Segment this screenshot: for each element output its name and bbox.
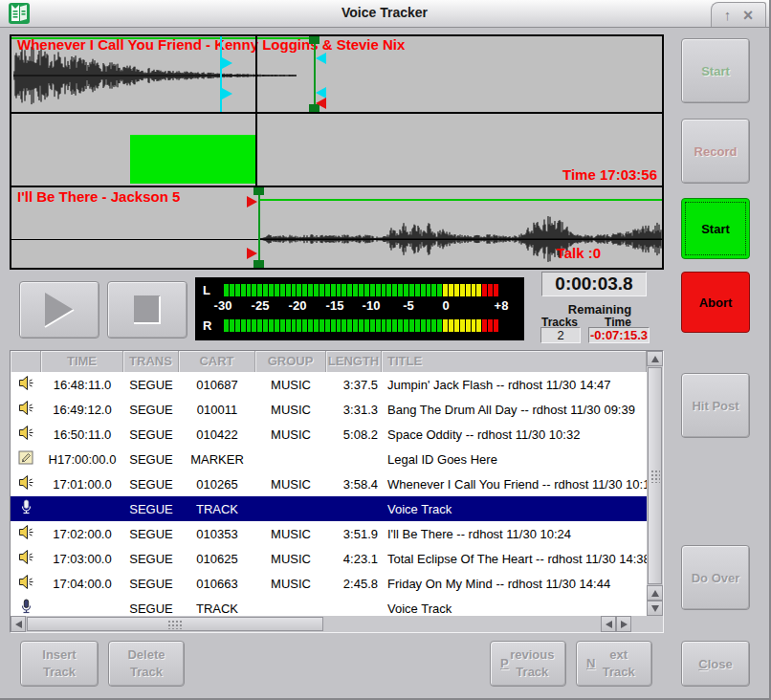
log-row[interactable]: 16:50:11.0SEGUE010422MUSIC5:08.2Space Od… <box>11 422 647 447</box>
play-button[interactable] <box>19 281 99 339</box>
track1-segue-marker[interactable] <box>316 98 326 109</box>
log-column-header[interactable]: LENGTH <box>326 351 382 372</box>
record-start-button[interactable]: Start <box>681 198 750 259</box>
track2-start-marker-top[interactable] <box>247 196 257 208</box>
track1-fade-marker-bottom[interactable] <box>222 88 232 99</box>
scroll-right-button[interactable] <box>616 616 631 632</box>
talk-time-label: Talk :0 <box>557 245 601 261</box>
log-cell: SEGUE <box>123 427 179 442</box>
scroll-down-button[interactable] <box>647 601 663 616</box>
stop-button[interactable] <box>107 281 187 339</box>
speaker-icon <box>11 474 41 493</box>
window-titlebar[interactable]: Voice Tracker ↑ × <box>0 0 769 28</box>
play-start-button[interactable]: Start <box>681 38 750 103</box>
meter-segment <box>347 284 352 296</box>
log-row[interactable]: 17:01:00.0SEGUE010265MUSIC3:58.4Whenever… <box>11 471 647 496</box>
abort-button[interactable]: Abort <box>681 272 750 333</box>
shade-window-button[interactable]: ↑ <box>724 8 732 22</box>
current-time-label: Time 17:03:56 <box>562 166 657 183</box>
meter-left-label: L <box>203 283 218 297</box>
meter-segment <box>359 319 363 332</box>
meter-segment <box>230 319 234 332</box>
pane-divider-1 <box>11 112 662 114</box>
track2-waveform[interactable] <box>260 200 662 278</box>
scroll-up-button[interactable] <box>647 351 663 366</box>
meter-segment <box>263 319 268 332</box>
meter-scale-tick: -20 <box>289 298 307 313</box>
horizontal-scrollbar[interactable] <box>11 616 647 632</box>
log-cell: SEGUE <box>123 577 179 591</box>
log-column-header[interactable]: TITLE <box>382 351 647 372</box>
close-window-button[interactable]: × <box>743 7 754 24</box>
log-cell: MUSIC <box>255 552 326 566</box>
hit-post-button[interactable]: Hit Post <box>681 373 750 438</box>
log-cell: Whenever I Call You Friend -- rdhost 11/… <box>382 477 647 492</box>
stop-icon <box>131 293 164 327</box>
scroll-up-button-2[interactable] <box>647 585 663 601</box>
log-row[interactable]: 17:02:00.0SEGUE010353MUSIC3:51.9I'll Be … <box>11 521 647 546</box>
log-cell: H17:00:00.0 <box>41 452 123 467</box>
track2-start-marker-bottom[interactable] <box>247 248 257 259</box>
scroll-left-button-2[interactable] <box>601 616 616 632</box>
close-button[interactable]: Close <box>681 641 750 687</box>
window-controls: ↑ × <box>711 2 766 27</box>
meter-segment <box>398 319 403 332</box>
log-cell: SEGUE <box>123 378 179 392</box>
log-cell: 17:01:00.0 <box>41 477 123 492</box>
log-row-voice-track[interactable]: SEGUETRACKVoice Track <box>11 596 647 616</box>
log-column-header[interactable]: TRANS <box>123 351 179 372</box>
meter-segment <box>437 284 442 296</box>
track1-fadeout-marker-top[interactable] <box>316 53 326 64</box>
meter-right-bar <box>224 319 499 332</box>
track2-start-handle-top[interactable] <box>253 187 264 195</box>
next-track-button[interactable]: Next Track <box>576 641 652 687</box>
log-column-header[interactable]: GROUP <box>255 351 326 372</box>
remaining-tracks-value: 2 <box>540 327 581 343</box>
window-title: Voice Tracker <box>0 5 769 20</box>
meter-segment <box>353 319 358 332</box>
log-cell: Friday On My Mind -- rdhost 11/30 14:44 <box>382 577 647 591</box>
meter-left-bar <box>224 284 499 296</box>
log-cell: 4:23.1 <box>326 552 382 566</box>
track1-fade-cursor[interactable] <box>220 36 222 112</box>
voice-track-editor[interactable]: Whenever I Call You Friend - Kenny Loggi… <box>10 34 664 270</box>
log-cell: MARKER <box>179 452 255 467</box>
log-row[interactable]: 16:49:12.0SEGUE010011MUSIC3:31.3Bang The… <box>11 397 647 422</box>
voice-track-region[interactable] <box>130 135 255 184</box>
track2-start-handle-bottom[interactable] <box>253 260 264 268</box>
mic-icon <box>11 599 41 616</box>
log-cell: TRACK <box>179 502 255 516</box>
log-row[interactable]: 17:04:00.0SEGUE010663MUSIC2:45.8Friday O… <box>11 571 647 596</box>
log-row[interactable]: H17:00:00.0SEGUEMARKERLegal ID Goes Here <box>11 447 647 471</box>
do-over-button[interactable]: Do Over <box>681 545 750 610</box>
meter-segment <box>224 319 229 332</box>
log-row[interactable]: 17:03:00.0SEGUE010625MUSIC4:23.1Total Ec… <box>11 546 647 571</box>
log-column-header[interactable]: CART <box>179 351 255 372</box>
speaker-icon <box>11 574 41 593</box>
log-row-voice-track[interactable]: SEGUETRACKVoice Track <box>11 496 647 521</box>
log-event-list: TIMETRANSCARTGROUPLENGTHTITLE 16:48:11.0… <box>10 350 664 633</box>
insert-track-button[interactable]: Insert Track <box>20 641 99 687</box>
meter-segment <box>421 319 426 332</box>
log-column-header[interactable]: TIME <box>41 351 123 372</box>
log-cell: SEGUE <box>123 552 179 566</box>
meter-segment <box>427 284 431 296</box>
log-column-header[interactable] <box>11 351 41 372</box>
delete-track-button[interactable]: Delete Track <box>108 641 185 687</box>
horizontal-scrollbar-thumb[interactable] <box>27 617 323 631</box>
scroll-left-button[interactable] <box>11 616 26 632</box>
vertical-scrollbar[interactable] <box>647 351 663 616</box>
meter-segment <box>341 284 346 296</box>
track2-start-line[interactable] <box>258 187 260 268</box>
track1-fade-marker-top[interactable] <box>222 57 232 69</box>
previous-track-button[interactable]: Previous Track <box>490 641 566 687</box>
record-button[interactable]: Record <box>681 119 750 184</box>
log-cell: Space Oddity -- rdhost 11/30 10:32 <box>382 427 647 442</box>
log-row[interactable]: 16:48:11.0SEGUE010687MUSIC3:37.5Jumpin' … <box>11 372 647 397</box>
vertical-scrollbar-thumb[interactable] <box>648 367 662 584</box>
meter-segment <box>449 284 453 296</box>
meter-segment <box>308 319 313 332</box>
meter-segment <box>494 284 498 296</box>
meter-segment <box>286 319 291 332</box>
track1-end-handle-top[interactable] <box>309 36 319 44</box>
